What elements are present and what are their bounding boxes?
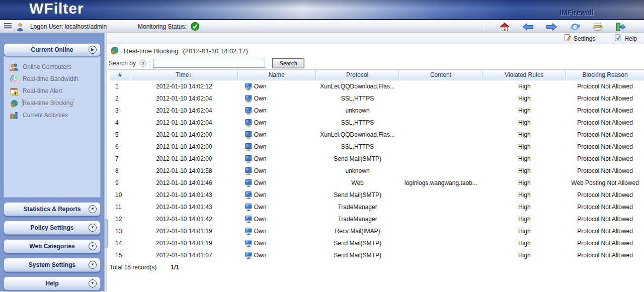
chevron-right-icon[interactable]: ▶ xyxy=(89,46,97,54)
column-header-number[interactable]: # xyxy=(110,70,130,80)
chevron-down-icon[interactable]: ▼ xyxy=(89,279,97,287)
cell-number: 7 xyxy=(110,155,130,162)
computer-icon xyxy=(245,204,253,211)
chevron-down-icon[interactable]: ▼ xyxy=(89,242,97,250)
sidebar-item-label: Real-time Alert xyxy=(23,87,62,94)
cell-blocking-reason: Protocol Not Allowed xyxy=(566,240,644,247)
back-icon[interactable] xyxy=(522,23,534,31)
svg-text:?: ? xyxy=(141,61,144,66)
cell-number: 15 xyxy=(110,252,130,259)
cell-time: 2012-01-10 14:02:00 xyxy=(130,143,238,150)
cell-violated-rules: High xyxy=(482,95,566,102)
computer-icon xyxy=(245,252,253,259)
exit-icon[interactable] xyxy=(615,23,626,31)
cell-blocking-reason: Web Posting Not Allowed xyxy=(566,179,644,186)
cell-time: 2012-01-10 14:01:46 xyxy=(130,179,238,186)
print-icon[interactable] xyxy=(593,23,603,31)
computer-icon xyxy=(245,216,253,223)
search-button[interactable]: Search xyxy=(272,58,304,68)
cell-name: Own xyxy=(238,143,316,151)
computer-name: Own xyxy=(254,191,267,199)
cell-blocking-reason: Protocol Not Allowed xyxy=(566,119,644,126)
users-icon xyxy=(10,63,19,71)
table-row: 8 2012-01-10 14:01:58 Own unknown High P… xyxy=(110,165,644,177)
cell-number: 8 xyxy=(110,167,130,174)
cell-name: Own xyxy=(238,155,316,163)
cell-name: Own xyxy=(238,204,316,211)
sidebar-panel-system-settings[interactable]: System Settings ▼ xyxy=(4,258,101,272)
logon-user-label: Logon User: localhost/admin xyxy=(30,23,107,30)
table-row: 4 2012-01-10 14:02:04 Own SSL,HTTPS High… xyxy=(110,117,644,129)
sidebar-panel-policy-settings[interactable]: Policy Settings ▼ xyxy=(4,221,101,235)
sidebar-item-current-activities[interactable]: Current Activities xyxy=(4,109,100,121)
cell-time: 2012-01-10 14:01:19 xyxy=(130,228,238,235)
help-label: Help xyxy=(624,35,637,42)
user-icon xyxy=(16,23,24,31)
top-banner: WFilter IMFirewall xyxy=(0,0,644,20)
forward-icon[interactable] xyxy=(546,23,557,31)
cell-name: Own xyxy=(238,179,316,187)
cell-time: 2012-01-10 14:01:42 xyxy=(130,216,238,223)
column-header-time[interactable]: Time↓ xyxy=(130,70,238,80)
cell-protocol: Send Mail(SMTP) xyxy=(316,252,399,259)
chevron-down-icon[interactable]: ▼ xyxy=(89,224,97,232)
computer-name: Own xyxy=(254,155,267,162)
cell-name: Own xyxy=(238,83,316,90)
cell-time: 2012-01-10 14:01:07 xyxy=(130,252,238,259)
cell-number: 4 xyxy=(110,119,130,126)
table-row: 14 2012-01-10 14:01:19 Own Send Mail(SMT… xyxy=(110,237,644,249)
sidebar-panel-web-categories[interactable]: Web Categories ▼ xyxy=(4,239,101,253)
cell-time: 2012-01-10 14:02:00 xyxy=(130,131,238,138)
cell-number: 12 xyxy=(110,216,130,223)
column-header-violated-rules[interactable]: Violated Rules xyxy=(482,70,566,80)
cell-blocking-reason: Protocol Not Allowed xyxy=(566,143,644,150)
cell-protocol: SSL,HTTPS xyxy=(316,143,399,150)
chevron-down-icon[interactable]: ▼ xyxy=(89,205,97,213)
cell-blocking-reason: Protocol Not Allowed xyxy=(566,107,644,114)
chevron-down-icon[interactable]: ▼ xyxy=(89,261,97,269)
page-timestamp: (2012-01-10 14:02:17) xyxy=(183,47,248,55)
cell-content: loginlogs.wangwang.taob... xyxy=(399,179,482,186)
help-button[interactable]: Help xyxy=(614,34,637,43)
cell-violated-rules: High xyxy=(482,83,566,90)
sidebar-panel-help[interactable]: Help ▼ xyxy=(4,276,101,290)
table-row: 11 2012-01-10 14:01:43 Own TradeManager … xyxy=(110,201,644,213)
cell-violated-rules: High xyxy=(482,179,566,186)
menu-icon[interactable] xyxy=(4,23,12,30)
table-row: 13 2012-01-10 14:01:19 Own Recv Mail(IMA… xyxy=(110,225,644,237)
column-header-protocol[interactable]: Protocol xyxy=(316,70,399,80)
refresh-icon[interactable] xyxy=(570,22,581,32)
cell-violated-rules: High xyxy=(482,131,566,138)
column-header-blocking-reason[interactable]: Blocking Reason xyxy=(566,70,644,80)
table-row: 6 2012-01-10 14:02:00 Own SSL,HTTPS High… xyxy=(110,141,644,153)
computer-name: Own xyxy=(254,167,267,174)
computer-icon xyxy=(245,191,253,199)
computer-icon xyxy=(245,83,253,90)
cell-name: Own xyxy=(238,167,316,175)
cell-protocol: Send Mail(SMTP) xyxy=(316,240,399,247)
search-input[interactable] xyxy=(153,59,265,68)
sidebar-panel-current-online[interactable]: Current Online ▶ xyxy=(4,43,101,56)
cell-violated-rules: High xyxy=(482,191,566,199)
sidebar-splitter[interactable] xyxy=(104,33,107,291)
sidebar-item-realtime-alert[interactable]: Real-time Alert xyxy=(4,85,100,97)
sidebar-item-realtime-blocking[interactable]: Real-time Blocking xyxy=(4,97,100,109)
sidebar-panel-statistics-reports[interactable]: Statistics & Reports ▼ xyxy=(4,202,101,216)
cell-violated-rules: High xyxy=(482,167,566,174)
column-header-content[interactable]: Content xyxy=(399,70,482,80)
computer-name: Own xyxy=(254,240,267,247)
table-row: 15 2012-01-10 14:01:07 Own Send Mail(SMT… xyxy=(110,249,644,261)
question-icon[interactable]: ? xyxy=(139,60,146,67)
column-header-name[interactable]: Name xyxy=(238,70,316,80)
cell-protocol: XunLei,QQDownload,Flas... xyxy=(316,83,399,90)
cell-number: 13 xyxy=(110,228,130,235)
cell-name: Own xyxy=(238,131,316,139)
computer-icon xyxy=(245,119,253,127)
computer-name: Own xyxy=(254,107,267,114)
sidebar-item-online-computers[interactable]: Online Computers xyxy=(4,61,100,73)
home-icon[interactable] xyxy=(499,22,510,32)
settings-button[interactable]: Settings xyxy=(564,34,595,43)
sidebar-item-realtime-bandwidth[interactable]: Real-time Bandwidth xyxy=(4,73,100,85)
splitter-handle[interactable] xyxy=(105,219,108,248)
cell-protocol: TradeManager xyxy=(316,204,399,211)
